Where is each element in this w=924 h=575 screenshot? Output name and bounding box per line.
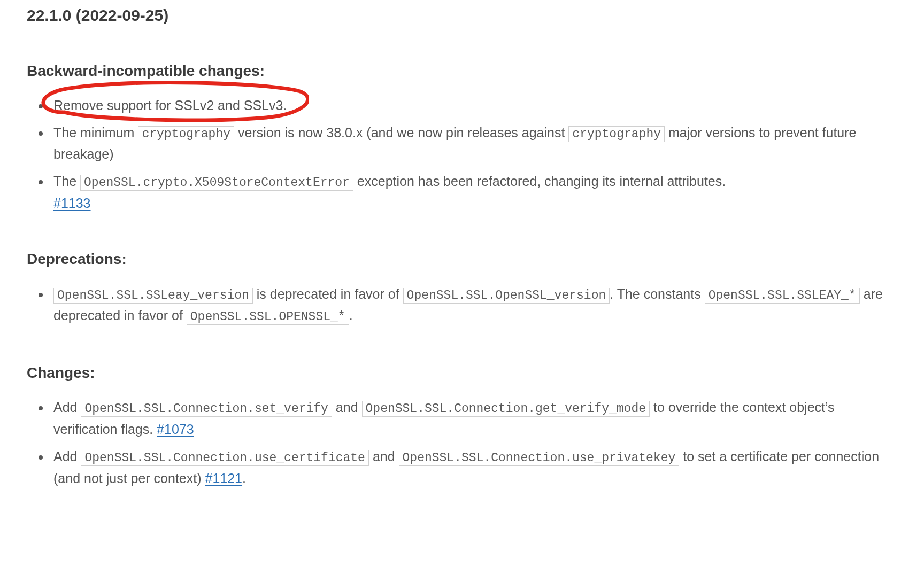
list-item-text: and (369, 449, 399, 464)
list-item-text: The minimum (53, 125, 138, 140)
changes-list: Add OpenSSL.SSL.Connection.set_verify an… (27, 394, 897, 492)
list-item: The minimum cryptography version is now … (50, 119, 897, 168)
list-item-text: Remove support for SSLv2 and SSLv3. (53, 98, 287, 113)
list-item-text: . (349, 308, 353, 323)
list-item-text: exception has been refactored, changing … (353, 174, 726, 189)
list-item-text: The (53, 174, 80, 189)
inline-code: OpenSSL.SSL.Connection.set_verify (81, 401, 332, 417)
list-item-text: Add (53, 449, 81, 464)
section-heading-backward: Backward-incompatible changes: (27, 59, 897, 82)
inline-code: OpenSSL.SSL.OpenSSL_version (403, 288, 610, 304)
list-item-text: version is now 38.0.x (and we now pin re… (234, 125, 568, 140)
list-item: Add OpenSSL.SSL.Connection.set_verify an… (50, 394, 897, 442)
list-item-text: is deprecated in favor of (253, 286, 403, 301)
section-heading-changes: Changes: (27, 361, 897, 384)
list-item-text: and (332, 400, 362, 415)
list-item: The OpenSSL.crypto.X509StoreContextError… (50, 168, 897, 216)
inline-code: OpenSSL.SSL.SSLEAY_* (705, 288, 860, 304)
list-item: Remove support for SSLv2 and SSLv3. (50, 92, 897, 119)
version-heading: 22.1.0 (2022-09-25) (27, 3, 897, 28)
inline-code: OpenSSL.crypto.X509StoreContextError (80, 175, 353, 191)
issue-link[interactable]: #1121 (205, 471, 242, 486)
inline-code: OpenSSL.SSL.SSLeay_version (53, 288, 253, 304)
list-item-text: . (242, 471, 246, 486)
backward-list: Remove support for SSLv2 and SSLv3. The … (27, 92, 897, 217)
inline-code: cryptography (568, 126, 665, 142)
inline-code: OpenSSL.SSL.Connection.use_certificate (81, 450, 369, 466)
inline-code: OpenSSL.SSL.Connection.use_privatekey (399, 450, 680, 466)
inline-code: cryptography (138, 126, 234, 142)
list-item-text: . The constants (610, 286, 704, 301)
list-item: OpenSSL.SSL.SSLeay_version is deprecated… (50, 281, 897, 330)
issue-link[interactable]: #1073 (157, 422, 194, 437)
section-heading-deprecations: Deprecations: (27, 247, 897, 270)
list-item-text: Add (53, 400, 81, 415)
list-item: Add OpenSSL.SSL.Connection.use_certifica… (50, 443, 897, 492)
issue-link[interactable]: #1133 (53, 196, 91, 211)
inline-code: OpenSSL.SSL.Connection.get_verify_mode (362, 401, 650, 417)
inline-code: OpenSSL.SSL.OPENSSL_* (187, 309, 349, 325)
deprecations-list: OpenSSL.SSL.SSLeay_version is deprecated… (27, 281, 897, 330)
